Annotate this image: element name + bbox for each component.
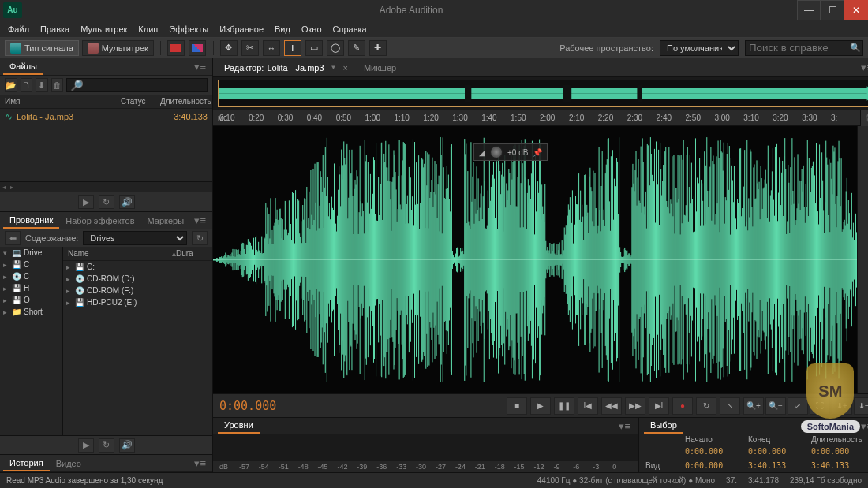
content-select[interactable]: Drives <box>83 231 187 245</box>
view-end[interactable]: 3:40.133 <box>748 461 811 470</box>
close-icon[interactable]: × <box>343 63 348 73</box>
tab-files[interactable]: Файлы <box>3 59 43 75</box>
stop-button[interactable]: ■ <box>507 397 527 415</box>
zoom-out-button[interactable]: 🔍− <box>765 397 786 415</box>
flag-blue-button[interactable] <box>189 40 206 56</box>
audio-file-icon: ∿ <box>5 111 13 122</box>
level-tick: -54 <box>259 463 279 471</box>
view-dur[interactable]: 3:40.133 <box>811 461 868 470</box>
auto-play-button[interactable]: 🔊 <box>119 195 135 209</box>
tab-markers[interactable]: Маркеры <box>141 214 191 228</box>
sel-dur[interactable]: 0:00.000 <box>811 447 868 456</box>
sel-start[interactable]: 0:00.000 <box>685 447 748 456</box>
dropdown-icon[interactable]: ▼ <box>331 64 337 71</box>
record-button[interactable]: ● <box>672 397 693 415</box>
flag-red-button[interactable] <box>167 40 185 56</box>
menu-clip[interactable]: Клип <box>133 23 163 35</box>
import-button[interactable]: ⬇ <box>36 78 47 92</box>
zoom-selection-button[interactable]: ⛶ <box>810 397 830 415</box>
folder-tree[interactable]: ▾💻Drive ▸💾C ▸💿C ▸💾H ▸💾O ▸📁Short <box>0 247 63 435</box>
view-start[interactable]: 0:00.000 <box>685 461 748 470</box>
goto-end-button[interactable]: ▶I <box>649 397 669 415</box>
waveform-editor[interactable]: ◢ +0 dB 📌 dB --1-3-5-7-9-12-18-24-∞-24-1… <box>213 126 868 393</box>
drive-item[interactable]: ▸💾C: <box>63 261 212 273</box>
drive-item[interactable]: ▸💾HD-PCU2 (E:) <box>63 296 212 308</box>
panel-options-icon[interactable]: ▾≡ <box>615 420 634 432</box>
rewind-button[interactable]: ◀◀ <box>601 397 622 415</box>
file-filter-input[interactable] <box>66 78 208 92</box>
headphone-button[interactable]: 🎧 <box>860 110 868 126</box>
zoom-full-button[interactable]: ⤢ <box>788 397 808 415</box>
tab-selection[interactable]: Выбор <box>644 418 683 434</box>
col-status[interactable]: Статус <box>121 97 160 106</box>
col-duration[interactable]: Длительность <box>160 97 208 106</box>
file-row[interactable]: ∿ Lolita - Ja.mp3 3:40.133 <box>0 109 212 125</box>
h-scrollbar[interactable] <box>0 181 212 192</box>
window-title: Adobe Audition <box>25 5 797 16</box>
drive-item[interactable]: ▸💿CD-ROM (F:) <box>63 285 212 296</box>
time-mark: 2:30 <box>627 114 657 122</box>
tab-mixer[interactable]: Микшер <box>357 61 402 75</box>
goto-start-button[interactable]: I◀ <box>578 397 598 415</box>
play-button[interactable]: ▶ <box>78 438 94 453</box>
new-file-button[interactable]: 🗋 <box>21 78 32 92</box>
volume-hud[interactable]: ◢ +0 dB 📌 <box>473 143 548 161</box>
max-button[interactable]: ☐ <box>821 0 844 20</box>
signal-type-button[interactable]: Тип сигнала <box>5 40 79 56</box>
zoom-in-v-button[interactable]: ⬍+ <box>832 397 852 415</box>
play-button[interactable]: ▶ <box>78 195 94 209</box>
volume-knob-icon[interactable] <box>490 146 503 158</box>
tab-explorer[interactable]: Проводник <box>3 213 59 229</box>
panel-options-icon[interactable]: ▾≡ <box>191 457 209 469</box>
history-panel: История Видео ▾≡ <box>0 455 212 472</box>
up-folder-button[interactable]: ⬅ <box>5 231 21 245</box>
level-scale: dB-57-54-51-48-45-42-39-36-33-30-27-24-2… <box>213 461 638 472</box>
skip-selection-button[interactable]: ⤡ <box>720 397 740 415</box>
timeline-ruler[interactable]: мс 0:100:200:300:400:501:001:101:201:301… <box>213 110 868 126</box>
pause-button[interactable]: ❚❚ <box>554 397 574 415</box>
menu-effects[interactable]: Эффекты <box>164 23 213 35</box>
sel-end[interactable]: 0:00.000 <box>748 447 811 456</box>
menu-file[interactable]: Файл <box>3 23 34 35</box>
zoom-in-button[interactable]: 🔍+ <box>743 397 764 415</box>
level-tick: -45 <box>318 463 338 471</box>
db-value: -7 <box>860 189 868 203</box>
pin-icon[interactable]: 📌 <box>533 148 542 157</box>
tab-levels[interactable]: Уровни <box>218 418 260 434</box>
help-search-input[interactable] <box>745 40 863 56</box>
files-list: ∿ Lolita - Ja.mp3 3:40.133 <box>0 109 212 181</box>
panel-options-icon[interactable]: ▾≡ <box>191 214 209 226</box>
panel-options-icon[interactable]: ▾≡ <box>191 61 209 73</box>
col-dur[interactable]: Dura <box>176 249 208 258</box>
loop-button[interactable]: ↻ <box>696 397 716 415</box>
col-name[interactable]: Name <box>68 249 172 258</box>
open-file-button[interactable]: 📂 <box>5 78 17 92</box>
close-button[interactable]: ✕ <box>844 0 868 20</box>
drive-item[interactable]: ▸💿CD-ROM (D:) <box>63 273 212 285</box>
tab-effects-rack[interactable]: Набор эффектов <box>59 214 140 228</box>
menu-edit[interactable]: Правка <box>36 23 74 35</box>
menu-multitrack[interactable]: Мультитрек <box>76 23 132 35</box>
col-name[interactable]: Имя <box>5 97 121 106</box>
zoom-out-v-button[interactable]: ⬍− <box>854 397 868 415</box>
tool-heal[interactable]: ✚ <box>369 40 387 56</box>
tab-video[interactable]: Видео <box>50 456 88 471</box>
level-tick: -33 <box>396 463 416 471</box>
workspace-select[interactable]: По умолчанию <box>660 40 739 56</box>
play-button[interactable]: ▶ <box>530 397 551 415</box>
panel-options-icon[interactable]: ▾≡ <box>858 420 868 432</box>
tab-history[interactable]: История <box>3 456 50 471</box>
overview-waveform[interactable] <box>213 77 868 110</box>
forward-button[interactable]: ▶▶ <box>625 397 645 415</box>
loop-button[interactable]: ↻ <box>99 195 114 209</box>
loop-button[interactable]: ↻ <box>99 438 114 453</box>
panel-options-icon[interactable]: ▾≡ <box>858 61 868 73</box>
close-file-button[interactable]: 🗑 <box>51 78 63 92</box>
level-tick: -51 <box>279 463 298 471</box>
time-mark: 0:20 <box>249 114 278 122</box>
min-button[interactable]: — <box>797 0 821 20</box>
refresh-button[interactable]: ↻ <box>192 231 208 245</box>
auto-play-button[interactable]: 🔊 <box>119 438 135 453</box>
time-display: 0:00.000 <box>219 399 314 413</box>
multitrack-button[interactable]: Мультитрек <box>82 40 154 56</box>
